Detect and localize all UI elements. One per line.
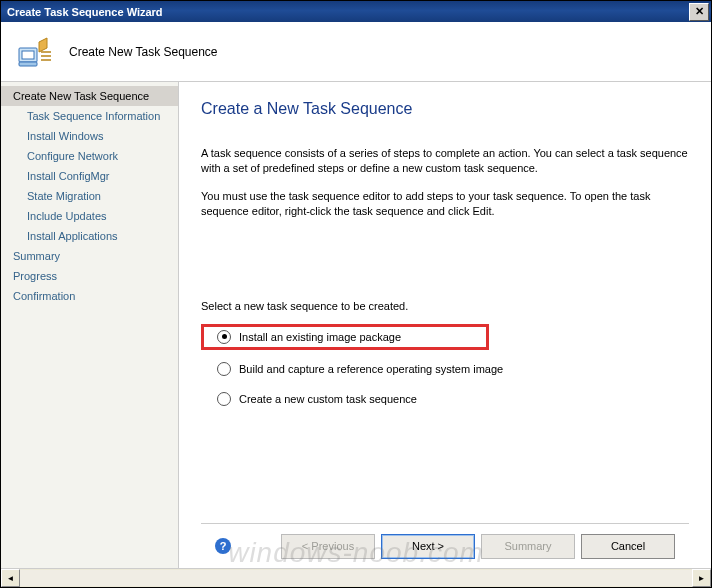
cancel-button[interactable]: Cancel — [581, 534, 675, 559]
close-icon: ✕ — [695, 5, 704, 18]
footer: ? < Previous Next > Summary Cancel — [201, 523, 689, 568]
option-build-and-capture[interactable]: Build and capture a reference operating … — [201, 356, 689, 382]
task-sequence-icon — [15, 32, 55, 72]
sidebar-item-include-updates[interactable]: Include Updates — [1, 206, 178, 226]
sidebar-item-progress[interactable]: Progress — [1, 266, 178, 286]
sidebar-item-install-applications[interactable]: Install Applications — [1, 226, 178, 246]
option-create-custom-task-sequence[interactable]: Create a new custom task sequence — [201, 386, 689, 412]
sidebar-item-confirmation[interactable]: Confirmation — [1, 286, 178, 306]
radio-icon — [217, 362, 231, 376]
scroll-left-icon[interactable]: ◄ — [1, 569, 20, 587]
header-title: Create New Task Sequence — [69, 45, 218, 59]
content-pane: Create a New Task Sequence A task sequen… — [179, 82, 711, 568]
sidebar-item-state-migration[interactable]: State Migration — [1, 186, 178, 206]
next-button[interactable]: Next > — [381, 534, 475, 559]
header-area: Create New Task Sequence — [1, 22, 711, 82]
previous-button: < Previous — [281, 534, 375, 559]
radio-icon — [217, 330, 231, 344]
sidebar: Create New Task Sequence Task Sequence I… — [1, 82, 179, 568]
svg-rect-1 — [19, 62, 37, 66]
horizontal-scrollbar[interactable]: ◄ ► — [1, 568, 711, 587]
instruction-label: Select a new task sequence to be created… — [201, 300, 689, 312]
option-install-existing-image[interactable]: Install an existing image package — [201, 324, 489, 350]
option-label: Build and capture a reference operating … — [239, 363, 503, 375]
help-icon[interactable]: ? — [215, 538, 231, 554]
body: Create New Task Sequence Task Sequence I… — [1, 82, 711, 568]
close-button[interactable]: ✕ — [689, 3, 709, 21]
titlebar: Create Task Sequence Wizard ✕ — [1, 1, 711, 22]
description-1: A task sequence consists of a series of … — [201, 146, 689, 177]
description-2: You must use the task sequence editor to… — [201, 189, 689, 220]
sidebar-item-create-new-task-sequence[interactable]: Create New Task Sequence — [1, 86, 178, 106]
summary-button: Summary — [481, 534, 575, 559]
page-title: Create a New Task Sequence — [201, 82, 689, 146]
sidebar-item-configure-network[interactable]: Configure Network — [1, 146, 178, 166]
svg-rect-2 — [22, 51, 34, 59]
option-label: Create a new custom task sequence — [239, 393, 417, 405]
radio-icon — [217, 392, 231, 406]
wizard-window: Create Task Sequence Wizard ✕ Create New… — [0, 0, 712, 588]
scroll-right-icon[interactable]: ► — [692, 569, 711, 587]
window-title: Create Task Sequence Wizard — [7, 6, 163, 18]
sidebar-item-task-sequence-information[interactable]: Task Sequence Information — [1, 106, 178, 126]
scroll-track[interactable] — [20, 570, 692, 586]
sidebar-item-summary[interactable]: Summary — [1, 246, 178, 266]
sidebar-item-install-configmgr[interactable]: Install ConfigMgr — [1, 166, 178, 186]
sidebar-item-install-windows[interactable]: Install Windows — [1, 126, 178, 146]
option-label: Install an existing image package — [239, 331, 401, 343]
